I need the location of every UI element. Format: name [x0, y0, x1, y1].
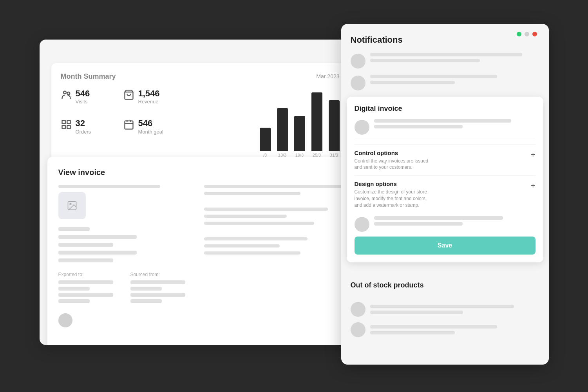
- skeleton-line: [370, 325, 497, 329]
- exported-to-section: Exported to:: [58, 272, 124, 303]
- skeleton-line: [58, 287, 90, 291]
- oos-lines-1: [370, 305, 539, 314]
- notification-item-1: [351, 53, 539, 69]
- skeleton-line: [374, 125, 463, 128]
- skeleton-line: [130, 280, 185, 284]
- notification-item-2: [351, 75, 539, 90]
- svg-rect-5: [67, 126, 70, 129]
- control-options-title: Control options: [355, 150, 433, 156]
- bar-group-4: 31/3: [329, 100, 340, 157]
- skeleton-line: [374, 119, 511, 123]
- orders-value: 32: [76, 118, 91, 128]
- view-invoice-title: View invoice: [58, 168, 342, 177]
- invoice-avatar: [58, 313, 72, 327]
- invoice-left: Exported to: Sourced from:: [58, 185, 196, 327]
- window-front: Notifications Digital invoice: [341, 24, 549, 365]
- skeleton-line: [204, 192, 300, 195]
- visits-label: Visits: [76, 99, 90, 105]
- notif-avatar-1: [351, 54, 365, 69]
- notif-lines-1: [370, 53, 539, 62]
- skeleton-line: [130, 299, 162, 303]
- bar-label-0: /3: [263, 153, 267, 157]
- notification-item-in-card: [355, 119, 536, 135]
- month-summary-header: Month Summary Mar 2023: [61, 72, 340, 81]
- skeleton-line: [58, 227, 90, 231]
- stat-visits: 546 Visits: [61, 89, 116, 111]
- svg-point-0: [63, 91, 66, 94]
- invoice-content: Exported to: Sourced from:: [58, 185, 342, 327]
- notif-avatar-card: [355, 120, 369, 135]
- oos-lines-2: [370, 325, 539, 334]
- skeleton-line: [370, 305, 514, 308]
- bar-group-2: 19/3: [294, 116, 305, 157]
- revenue-value: 1,546: [138, 89, 160, 99]
- bar-chart: /3 13/3 19/3 25/3: [178, 89, 340, 167]
- skeleton-line: [204, 244, 280, 247]
- skeleton-line: [58, 243, 113, 247]
- bar-2: [294, 116, 305, 151]
- users-icon: [61, 89, 72, 100]
- svg-point-1: [67, 92, 70, 95]
- visits-value: 546: [76, 89, 90, 99]
- invoice-right: [204, 185, 342, 327]
- svg-rect-3: [62, 121, 65, 124]
- skeleton-line: [204, 237, 308, 240]
- revenue-label: Revenue: [138, 99, 160, 105]
- digital-invoice-card: Digital invoice Control options Control …: [347, 97, 543, 263]
- traffic-light-yellow[interactable]: [525, 32, 529, 36]
- out-of-stock-title: Out of stock products: [351, 281, 539, 289]
- skeleton-line: [370, 59, 480, 62]
- skeleton-line: [58, 235, 137, 239]
- design-options-content: Design options Customize the design of y…: [355, 181, 433, 208]
- bar-1: [277, 108, 288, 151]
- design-options-section: Design options Customize the design of y…: [355, 175, 536, 213]
- design-options-expand-button[interactable]: +: [531, 181, 536, 190]
- control-options-content: Control options Control the way invoices…: [355, 150, 433, 171]
- traffic-light-green[interactable]: [517, 32, 521, 36]
- skeleton-line: [130, 293, 185, 297]
- bar-4: [329, 100, 340, 151]
- svg-rect-4: [67, 121, 70, 124]
- divider: [355, 138, 536, 138]
- oos-avatar-1: [351, 302, 365, 317]
- grid-icon: [61, 119, 72, 130]
- skeleton-line: [204, 185, 342, 188]
- calendar-icon: [123, 119, 134, 130]
- save-button[interactable]: Save: [355, 237, 536, 255]
- orders-stat: 32 Orders: [76, 118, 91, 134]
- skeleton-line: [204, 222, 315, 225]
- visits-stat: 546 Visits: [76, 89, 90, 105]
- bar-label-2: 19/3: [295, 153, 304, 157]
- sourced-from-label: Sourced from:: [130, 272, 196, 277]
- control-options-expand-button[interactable]: +: [531, 150, 536, 159]
- bar-group-1: 13/3: [277, 108, 288, 157]
- oos-item-1: [351, 302, 539, 317]
- skeleton-line: [370, 311, 463, 314]
- stat-orders: 32 Orders: [61, 118, 116, 141]
- view-invoice-panel: View invoice: [47, 157, 353, 345]
- revenue-stat: 1,546 Revenue: [138, 89, 160, 105]
- bar-group-0: /3: [260, 128, 271, 157]
- stats-chart-container: 546 Visits: [61, 89, 340, 167]
- notif-avatar-2: [351, 76, 365, 90]
- stat-month-goal: 546 Month goal: [123, 118, 178, 141]
- notif-lines-2: [370, 75, 539, 84]
- traffic-lights: [517, 32, 537, 36]
- month-summary-date: Mar 2023: [316, 73, 339, 79]
- notification-item-4: [355, 216, 536, 232]
- control-options-desc: Control the way invoices are issued and …: [355, 158, 433, 171]
- out-of-stock-section: Out of stock products: [341, 273, 549, 350]
- skeleton-line: [370, 53, 523, 56]
- stats-grid: 546 Visits: [61, 89, 178, 167]
- bar-label-3: 25/3: [313, 153, 321, 157]
- skeleton-line: [58, 258, 113, 262]
- bar-0: [260, 128, 271, 151]
- notifications-title: Notifications: [351, 35, 539, 45]
- bars-container: /3 13/3 19/3 25/3: [260, 87, 340, 157]
- skeleton-line: [58, 251, 137, 255]
- skeleton-line: [204, 251, 300, 255]
- skeleton-line: [58, 299, 90, 303]
- notif-lines-4: [374, 216, 536, 226]
- traffic-light-red[interactable]: [532, 32, 537, 36]
- notifications-panel: Notifications Digital invoice: [341, 24, 549, 274]
